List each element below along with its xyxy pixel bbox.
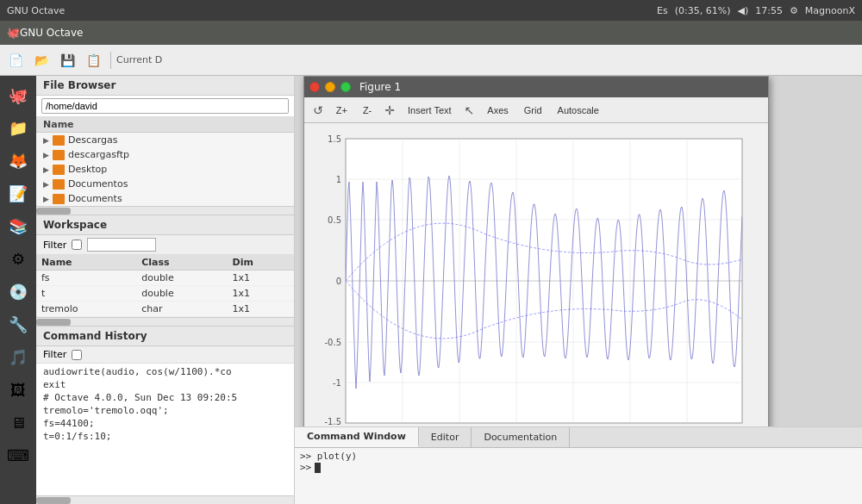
main-toolbar: 📄 📂 💾 📋 Current D — [0, 45, 862, 76]
bottom-panel: Command WindowEditorDocumentation >> plo… — [295, 426, 862, 504]
document-icon[interactable]: 📝 — [3, 177, 34, 208]
close-button[interactable] — [309, 82, 320, 92]
ws-cell-class: double — [136, 286, 227, 302]
apps-icon[interactable]: ⚙ — [3, 243, 34, 274]
scrollbar-thumb[interactable] — [36, 497, 71, 504]
octave-icon[interactable]: 🐙 — [3, 79, 34, 110]
figure-window: Figure 1 ↺ Z+ Z- ✛ Insert Text ↖ Axes Gr… — [303, 76, 769, 457]
app-title: GNU Octave — [7, 5, 65, 16]
folder-icon[interactable]: 📁 — [3, 112, 34, 143]
scrollbar-thumb[interactable] — [36, 208, 71, 215]
ws-cell-dim: 1x1 — [228, 302, 294, 317]
axes-button[interactable]: Axes — [481, 103, 514, 118]
toolbar-sep — [110, 52, 111, 69]
workspace-table: Name Class Dim fs double 1x1t double 1x1… — [36, 255, 294, 317]
scrollbar-thumb[interactable] — [36, 319, 71, 326]
system-bar: GNU Octave Es (0:35, 61%) ◀) 17:55 ⚙ Mag… — [0, 0, 862, 21]
expand-arrow: ▶ — [43, 180, 49, 189]
keyboard-layout: Es — [657, 5, 668, 16]
ws-col-class: Class — [136, 255, 227, 271]
folder-icon — [53, 150, 65, 160]
bottom-tab[interactable]: Documentation — [472, 427, 570, 447]
workspace-filter-bar: Filter — [36, 235, 294, 255]
zoom-in-button[interactable]: Z+ — [330, 103, 353, 118]
insert-text-button[interactable]: Insert Text — [402, 103, 458, 118]
file-name: Descargas — [68, 134, 118, 146]
file-browser-title: File Browser — [36, 76, 294, 96]
save-file-button[interactable]: 💾 — [55, 48, 79, 72]
bottom-tab[interactable]: Editor — [419, 427, 472, 447]
autoscale-button[interactable]: Autoscale — [552, 103, 605, 118]
figure-toolbar: ↺ Z+ Z- ✛ Insert Text ↖ Axes Grid Autosc… — [304, 97, 768, 123]
filter-checkbox[interactable] — [72, 240, 82, 250]
list-item[interactable]: fs=44100; — [43, 417, 287, 430]
list-item[interactable]: ▶ Descargas — [36, 133, 294, 147]
workspace-scrollbar[interactable] — [36, 317, 294, 326]
move-icon[interactable]: ✛ — [381, 102, 398, 119]
main-content: 🐙 📁 🦊 📝 📚 ⚙ 💿 🔧 🎵 🖼 🖥 ⌨ File Browser Nam… — [0, 76, 862, 504]
file-list: ▶ Descargas ▶ descargasftp ▶ Desktop — [36, 133, 294, 206]
ws-col-dim: Dim — [228, 255, 294, 271]
cmd-cursor — [315, 463, 321, 473]
chart-svg: 1.5 1 0.5 0 -0.5 -1 -1.5 0 2000 4000 600… — [311, 130, 756, 449]
svg-text:0.5: 0.5 — [328, 215, 341, 225]
filter-label: Filter — [43, 349, 66, 360]
cmd-history-filter-bar: Filter — [36, 346, 294, 364]
chip-icon[interactable]: 🔧 — [3, 308, 34, 339]
list-item[interactable]: ▶ descargasftp — [36, 147, 294, 162]
new-file-button[interactable]: 📄 — [3, 48, 28, 72]
grid-button[interactable]: Grid — [518, 103, 548, 118]
file-name: Desktop — [68, 164, 107, 175]
zoom-out-button[interactable]: Z- — [357, 103, 378, 118]
table-row[interactable]: t double 1x1 — [36, 286, 294, 302]
clock: 17:55 — [755, 5, 783, 16]
system-bar-right: Es (0:35, 61%) ◀) 17:55 ⚙ MagnoonX — [657, 5, 855, 16]
rotate-icon[interactable]: ↺ — [309, 102, 327, 119]
filter-input[interactable] — [87, 238, 156, 252]
list-item[interactable]: ▶ Desktop — [36, 162, 294, 177]
plot-area: 1.5 1 0.5 0 -0.5 -1 -1.5 0 2000 4000 600… — [304, 123, 768, 456]
file-list-header: Name — [36, 117, 294, 133]
terminal-icon[interactable]: ⌨ — [3, 439, 34, 470]
svg-text:-1.5: -1.5 — [324, 417, 341, 426]
maximize-button[interactable] — [340, 82, 351, 92]
cmd-history-scrollbar[interactable] — [36, 495, 294, 504]
list-item[interactable]: ▶ Documentos — [36, 177, 294, 191]
current-dir-label: Current D — [116, 54, 162, 65]
folder-icon — [53, 194, 65, 204]
copy-button[interactable]: 📋 — [81, 48, 105, 72]
book-icon[interactable]: 📚 — [3, 210, 34, 241]
list-item[interactable]: audiowrite(audio, cos(w/1100).*co — [43, 365, 287, 378]
list-item[interactable]: # Octave 4.0.0, Sun Dec 13 09:20:5 — [43, 391, 287, 404]
expand-arrow: ▶ — [43, 165, 49, 174]
cmd-window-content: >> plot(y) >> — [295, 448, 862, 504]
ws-cell-dim: 1x1 — [228, 286, 294, 302]
cmd-history-filter-checkbox[interactable] — [72, 350, 82, 360]
list-item[interactable]: exit — [43, 378, 287, 391]
monitor-icon[interactable]: 🖥 — [3, 407, 34, 438]
app-icon: 🐙 — [7, 27, 20, 39]
ws-cell-name: t — [36, 286, 136, 302]
sidebar: File Browser Name ▶ Descargas ▶ descarga… — [36, 76, 295, 504]
volume-icon: ◀) — [738, 5, 749, 16]
list-item[interactable]: tremolo='tremolo.oqq'; — [43, 404, 287, 417]
firefox-icon[interactable]: 🦊 — [3, 145, 34, 176]
arrow-icon[interactable]: ↖ — [461, 102, 478, 119]
app-titlebar-text: GNU Octave — [20, 27, 83, 39]
media-icon[interactable]: 🎵 — [3, 341, 34, 372]
minimize-button[interactable] — [325, 82, 335, 92]
image-icon[interactable]: 🖼 — [3, 374, 34, 405]
settings-icon[interactable]: ⚙ — [790, 5, 798, 16]
cmd-history-title: Command History — [36, 327, 294, 346]
bottom-tab[interactable]: Command Window — [295, 427, 419, 447]
open-file-button[interactable]: 📂 — [29, 48, 53, 72]
path-input[interactable] — [41, 98, 289, 114]
list-item[interactable]: t=0:1/fs:10; — [43, 430, 287, 443]
disk-icon[interactable]: 💿 — [3, 276, 34, 307]
list-item[interactable]: ▶ Documents — [36, 191, 294, 206]
file-browser-scrollbar[interactable] — [36, 206, 294, 215]
battery-status: (0:35, 61%) — [675, 5, 731, 16]
table-row[interactable]: fs double 1x1 — [36, 271, 294, 286]
ws-col-name: Name — [36, 255, 136, 271]
table-row[interactable]: tremolo char 1x1 — [36, 302, 294, 317]
